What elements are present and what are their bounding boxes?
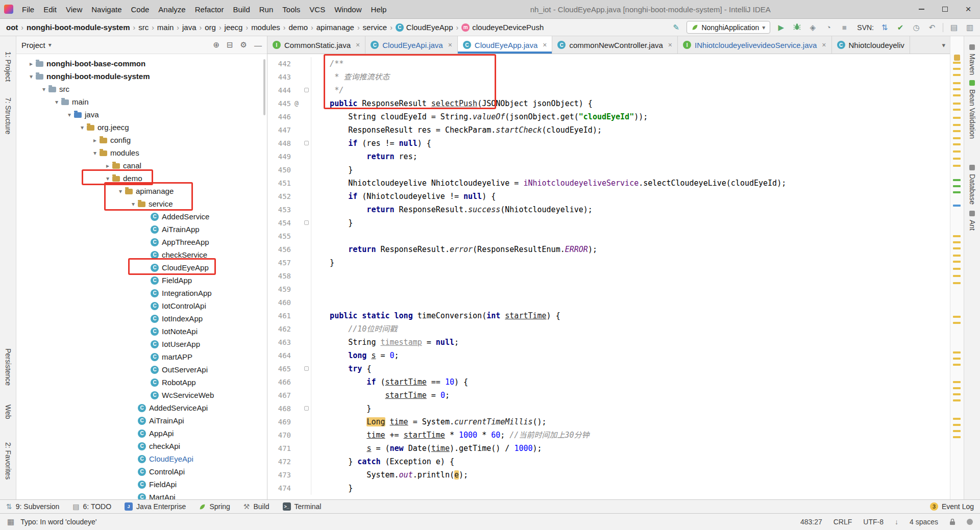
tree-down-arrow-icon[interactable]: ▾: [90, 149, 100, 157]
tree-item-iotnoteapi[interactable]: CIotNoteApi: [16, 325, 267, 338]
tool-button-bean-validation[interactable]: Bean Validation: [964, 80, 980, 139]
tool-button-persistence[interactable]: Persistence: [4, 348, 12, 386]
tree-item-nonghi-boot-base-common[interactable]: ▸nonghi-boot-base-common: [16, 57, 267, 70]
minimize-button[interactable]: [910, 0, 933, 18]
inspection-indicator[interactable]: [954, 55, 960, 61]
code-line-455[interactable]: 455: [267, 230, 950, 243]
tool-button-maven[interactable]: Maven: [964, 44, 980, 75]
tree-down-arrow-icon[interactable]: ▾: [103, 175, 112, 182]
highlighting-level-icon[interactable]: [967, 519, 973, 525]
tree-down-arrow-icon[interactable]: ▾: [116, 188, 125, 195]
code-line-465[interactable]: 465 try {: [267, 362, 950, 375]
tool-button-todo[interactable]: ▤6: TODO: [72, 502, 111, 511]
stop-button[interactable]: ■: [839, 23, 849, 32]
code-line-462[interactable]: 462 //10位时间戳: [267, 322, 950, 336]
tool-button-1-project[interactable]: 1: Project: [4, 52, 12, 82]
code-line-470[interactable]: 470 time += startTime * 1000 * 60; //当前时…: [267, 428, 950, 442]
run-button[interactable]: ▶: [776, 23, 786, 32]
hide-panel-icon[interactable]: —: [254, 41, 262, 49]
project-panel-title[interactable]: Project: [21, 41, 45, 49]
tree-item-aitrainapp[interactable]: CAiTrainApp: [16, 223, 267, 236]
tool-button-database[interactable]: Database: [964, 165, 980, 205]
collapse-all-icon[interactable]: ⊟: [227, 40, 233, 49]
tree-item-addedservice[interactable]: CAddedService: [16, 210, 267, 223]
code-line-460[interactable]: 460: [267, 296, 950, 309]
tab-cloudeyeapi-java[interactable]: CCloudEyeApi.java×: [365, 36, 458, 54]
code-line-474[interactable]: 474 }: [267, 482, 950, 495]
breadcrumb-item-src[interactable]: src: [137, 23, 150, 32]
tree-item-apimanage[interactable]: ▾apimanage: [16, 185, 267, 197]
window-layout-icon[interactable]: ▥: [965, 23, 975, 32]
tree-item-modules[interactable]: ▾modules: [16, 146, 267, 159]
tree-item-outserverapi[interactable]: COutServerApi: [16, 363, 267, 376]
code-line-449[interactable]: 449 return res;: [267, 150, 950, 163]
vcs-history-button[interactable]: ◷: [911, 23, 921, 32]
project-scrollbar[interactable]: [263, 59, 265, 115]
tool-button-spring[interactable]: Spring: [199, 502, 230, 511]
breadcrumb-item-service[interactable]: service: [362, 23, 388, 32]
tree-item-iotcontrolapi[interactable]: CIotControlApi: [16, 299, 267, 312]
close-icon[interactable]: ×: [448, 41, 452, 49]
code-line-442[interactable]: 442 /**: [267, 57, 950, 70]
tool-button-build[interactable]: ⚒Build: [243, 502, 270, 511]
menu-window[interactable]: Window: [330, 5, 366, 14]
menu-file[interactable]: File: [17, 5, 39, 14]
tool-window-switcher-icon[interactable]: ▦: [7, 517, 14, 526]
tab-commonstatic-java[interactable]: ICommonStatic.java×: [267, 36, 365, 54]
tab-list-chevron-icon[interactable]: ▾: [937, 41, 950, 49]
breadcrumb-item-nonghi-boot-module-system[interactable]: nonghi-boot-module-system: [26, 23, 131, 32]
code-area[interactable]: 442 /**443 * 查询推流状态444 */445@ public Res…: [267, 54, 950, 499]
tree-item-java[interactable]: ▾java: [16, 108, 267, 121]
debug-button[interactable]: [792, 23, 802, 32]
code-line-451[interactable]: 451 Nhiotcloudeyelive Nhiotcloudeyelive …: [267, 176, 950, 190]
tree-item-appthreeapp[interactable]: CAppThreeApp: [16, 236, 267, 248]
tree-right-arrow-icon[interactable]: ▸: [27, 60, 36, 67]
scroll-marker-strip[interactable]: [950, 36, 964, 499]
tree-item-addedserviceapi[interactable]: CAddedServiceApi: [16, 401, 267, 414]
tab-cloudeyeapp-java[interactable]: CCloudEyeApp.java×: [458, 36, 553, 54]
menu-refactor[interactable]: Refactor: [190, 5, 229, 14]
code-line-444[interactable]: 444 */: [267, 84, 950, 97]
fold-marker-icon[interactable]: [304, 88, 309, 92]
event-log-button[interactable]: 3Event Log: [930, 502, 974, 511]
code-line-469[interactable]: 469 Long time = System.currentTimeMillis…: [267, 415, 950, 428]
changes-list-icon[interactable]: ▤: [949, 23, 959, 32]
tree-down-arrow-icon[interactable]: ▾: [78, 124, 87, 131]
code-line-472[interactable]: 472 } catch (Exception e) {: [267, 455, 950, 468]
breadcrumb-item-org[interactable]: org: [204, 23, 217, 32]
tree-down-arrow-icon[interactable]: ▾: [39, 86, 48, 93]
tree-item-controlapi[interactable]: CControlApi: [16, 465, 267, 478]
tree-item-iotindexapp[interactable]: CIotIndexApp: [16, 312, 267, 325]
tree-down-arrow-icon[interactable]: ▾: [129, 200, 138, 208]
lock-icon[interactable]: [949, 518, 955, 525]
menu-navigate[interactable]: Navigate: [87, 5, 126, 14]
menu-vcs[interactable]: VCS: [305, 5, 330, 14]
tree-item-checkservice[interactable]: CcheckService: [16, 248, 267, 261]
tree-item-org-jeecg[interactable]: ▾org.jeecg: [16, 121, 267, 134]
tree-right-arrow-icon[interactable]: ▸: [90, 137, 100, 144]
code-line-461[interactable]: 461 public static long timeConversion(in…: [267, 309, 950, 322]
code-line-443[interactable]: 443 * 查询推流状态: [267, 70, 950, 84]
tab-commonnewcontroller-java[interactable]: CcommonNewController.java×: [552, 36, 678, 54]
chevron-down-icon[interactable]: ▾: [48, 41, 52, 48]
code-line-466[interactable]: 466 if (startTime == 10) {: [267, 375, 950, 389]
tree-item-wcserviceweb[interactable]: CWcServiceWeb: [16, 389, 267, 401]
tree-item-robotapp[interactable]: CRobotApp: [16, 376, 267, 389]
code-line-453[interactable]: 453 return ResponseResult.success(Nhiotc…: [267, 203, 950, 216]
tree-item-cloudeyeapp[interactable]: CCloudEyeApp: [16, 261, 267, 274]
maximize-button[interactable]: [933, 0, 957, 18]
code-line-450[interactable]: 450 }: [267, 163, 950, 176]
tool-button-2-favorites[interactable]: 2: Favorites: [4, 442, 12, 479]
breadcrumb-item-demo[interactable]: demo: [288, 23, 309, 32]
vcs-commit-button[interactable]: ✔: [895, 23, 905, 32]
tree-item-nonghi-boot-module-system[interactable]: ▾nonghi-boot-module-system: [16, 70, 267, 83]
code-line-447[interactable]: 447 ResponseResult res = CheckParam.star…: [267, 123, 950, 137]
breadcrumb-item-modules[interactable]: modules: [250, 23, 281, 32]
tree-item-martapp[interactable]: CmartAPP: [16, 350, 267, 363]
menu-tools[interactable]: Tools: [278, 5, 305, 14]
breadcrumb-item-jeecg[interactable]: jeecg: [224, 23, 244, 32]
close-button[interactable]: ×: [957, 0, 980, 18]
update-arrow-icon[interactable]: ↓: [895, 518, 898, 526]
menu-run[interactable]: Run: [255, 5, 278, 14]
coverage-button[interactable]: ◈: [807, 23, 818, 32]
